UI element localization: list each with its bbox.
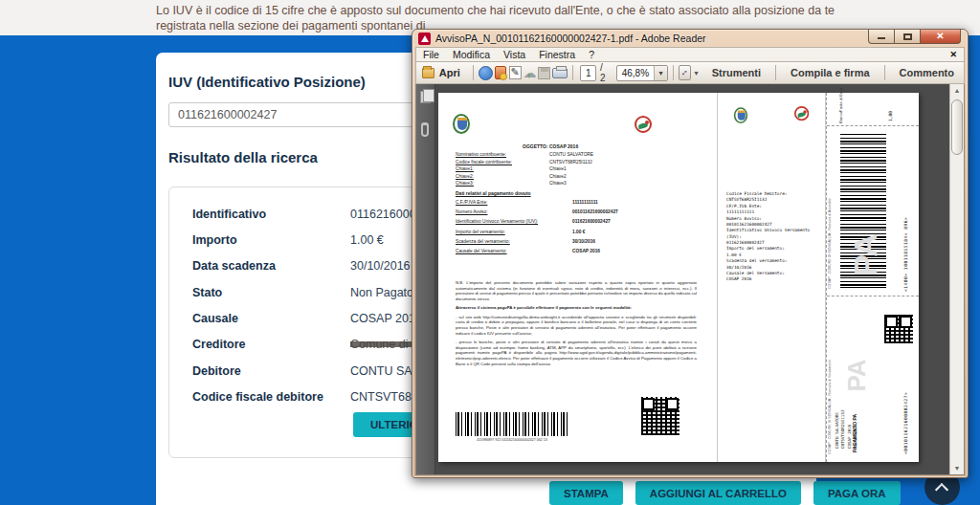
scroll-down-icon[interactable]: ▼ [950,465,964,472]
qr-code [641,397,679,435]
page-number-input[interactable]: 1 [580,65,596,81]
send-file-button[interactable] [479,64,493,81]
toolbar-separator [775,65,776,80]
iuv-section-title: IUV (Identificativo Posizione) [168,74,366,90]
pagopa-logo [635,116,652,133]
row-value: Non Pagato [350,286,413,299]
toolbar-overflow-icon[interactable]: ▾ [691,69,702,77]
row-label: Creditore [192,338,350,351]
avviso-main-section: OGGETTO: COSAP 2016 Nominativo contribue… [438,93,717,462]
barcode [456,412,568,436]
save-button[interactable] [537,64,551,81]
menu-bar: File Modifica Vista Finestra ? ✕ [415,47,965,61]
sign-page-button[interactable]: ✎ [507,64,522,81]
row-label: Codice fiscale debitore [192,390,350,404]
ocr-number-line: <1400> 10011815184< 896> [903,131,908,292]
intro-line-2: registrata nella sezione dei pagamenti s… [156,19,425,33]
open-button[interactable]: Apri [434,67,468,78]
zoom-control[interactable]: 46,8% ▾ [616,65,668,81]
notice-paragraphs: N.B. L'importo del presente documento po… [456,280,697,370]
pdf-viewer[interactable]: OGGETTO: COSAP 2016 Nominativo contribue… [435,84,949,474]
bullet-2: - presso le banche, poste e altri presta… [456,340,697,366]
tools-panel-button[interactable]: Strumenti [702,67,770,78]
cut-line [827,125,919,126]
menu-modifica[interactable]: Modifica [446,49,497,60]
row-label: Causale [192,312,350,325]
toolbar-separator [473,65,474,80]
strip-label: COSAP - COMUNE DI SENIGALLIA - Ricevuta … [828,131,832,289]
row-label: Debitore [192,364,350,378]
cut-line [827,296,919,296]
add-to-cart-button[interactable]: AGGIUNGI AL CARRELLO [635,481,801,505]
action-bar: STAMPA AGGIUNGI AL CARRELLO PAGA ORA [549,481,901,505]
menu-finestra[interactable]: Finestra [532,49,582,60]
open-folder-icon[interactable] [422,68,434,78]
barcode-caption: 415986897 922 011162160000002427 062 13 [456,438,568,442]
page-thumbnails-icon[interactable] [420,91,431,103]
zoom-value[interactable]: 46,8% [617,68,654,78]
scroll-up-icon[interactable]: ▲ [950,87,964,94]
results-title: Risultato della ricerca [168,149,318,165]
pen-icon: ✎ [509,66,522,79]
maximize-icon [903,33,912,40]
vertical-scrollbar[interactable]: ▲ ▼ [949,84,964,474]
toolbar-panels: Strumenti Compila e firma Commento [702,65,964,80]
printer-icon [552,68,568,78]
resize-pan-icon[interactable]: ↕ [679,65,691,80]
row-value: 30/10/2016 [350,259,411,273]
window-titlebar[interactable]: AvvisoPA_N_00101162160000002427-1.pdf - … [412,30,968,47]
bullet-1: - sul sito web http://comunedisenigallia… [456,315,697,336]
intro-line-1: Lo IUV è il codice di 15 cifre che è app… [156,4,835,17]
window-controls: ✕ [868,30,961,44]
fill-sign-panel-button[interactable]: Compila e firma [781,67,880,78]
print-button[interactable]: STAMPA [549,481,623,505]
row-label: Data scadenza [192,259,350,273]
bancoposta-label: BancoPosta di Euro [838,95,843,123]
minimize-button[interactable] [868,30,895,44]
coupon-data-block: Codice Fiscale Debitore: CNTSVT68R25I113… [726,191,825,283]
strip-label: COSAP - COMUNE DI SENIGALLIA - Ricevuta … [828,301,832,454]
pagamento-pa-label: PAGAMENTO PA [852,408,858,452]
screen: Lo IUV è il codice di 15 cifre che è app… [0,0,980,505]
convert-pdf-button[interactable] [493,64,507,81]
reader-content: OGGETTO: COSAP 2016 Nominativo contribue… [415,84,965,475]
close-button[interactable]: ✕ [921,30,961,44]
window-title: AvvisoPA_N_00101162160000002427-1.pdf - … [435,33,706,44]
payment-data-title: Dati relativi al pagamento dovuto [456,190,531,196]
zoom-dropdown-icon[interactable]: ▾ [654,66,667,80]
page-total-label: / 2 [596,62,614,83]
menu-file[interactable]: File [416,49,446,60]
row-label: Identificativo [192,208,350,221]
adobe-reader-window[interactable]: AvvisoPA_N_00101162160000002427-1.pdf - … [412,29,969,478]
minimize-icon [878,37,885,39]
bollettino-amount: 1,00 [888,99,893,121]
pagopa-logo [794,106,809,121]
maximize-button[interactable] [895,30,921,44]
toolbar: Apri ✎ ☁↑ 1 / 2 46,8% ▾ ↕ ▾ Strumenti Co… [415,61,965,84]
row-value: 1.00 € [350,233,384,247]
toolbar-separator [884,65,885,80]
close-icon: ✕ [936,32,944,41]
print-doc-button[interactable] [552,64,568,81]
oggetto-line: OGGETTO: COSAP 2016 [523,143,578,149]
cloud-upload-icon: ☁↑ [523,66,537,79]
pa-watermark: PA [847,233,884,276]
chevron-up-icon [935,483,948,496]
comment-panel-button[interactable]: Commento [890,67,964,78]
convert-pdf-icon [495,66,506,79]
cloud-upload-button[interactable]: ☁↑ [523,64,537,81]
pay-now-button[interactable]: PAGA ORA [813,481,901,505]
document-close-icon[interactable]: ✕ [949,50,964,59]
menu-help[interactable]: ? [582,49,601,60]
row-label: Stato [192,286,350,299]
bollettino-section: COSAP - COMUNE DI SENIGALLIA - Ricevuta … [826,93,919,462]
contributor-rows: Nominativo contribuente:CONTU SALVATORE … [456,152,683,188]
attachments-paperclip-icon[interactable] [421,122,429,137]
save-icon [538,67,550,79]
menu-vista[interactable]: Vista [497,49,532,60]
send-file-icon [479,66,493,80]
qr-code [884,315,913,343]
avviso-coupon-section: Codice Fiscale Debitore: CNTSVT68R25I113… [718,93,825,462]
scrollbar-thumb[interactable] [951,99,963,155]
pdf-page: OGGETTO: COSAP 2016 Nominativo contribue… [438,93,919,462]
